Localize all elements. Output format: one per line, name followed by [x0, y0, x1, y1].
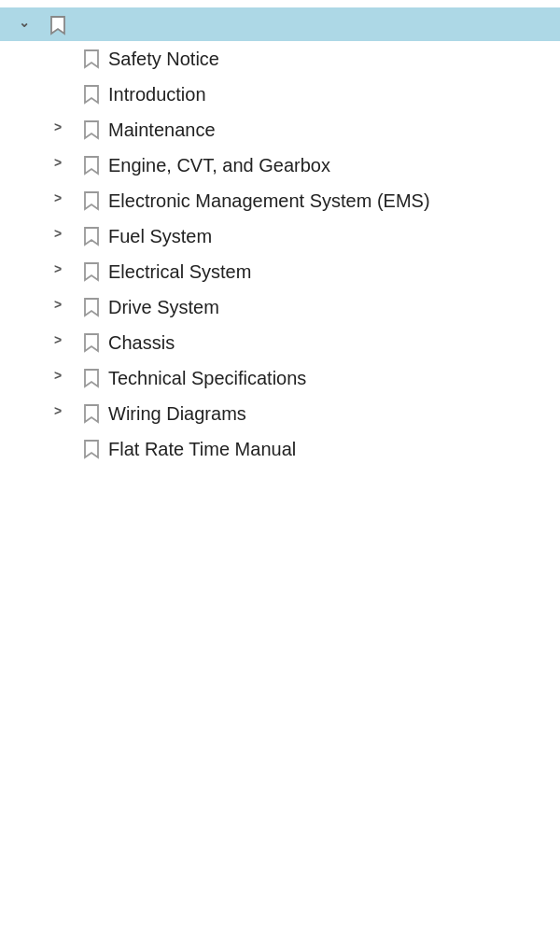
bookmark-icon-9 [83, 368, 100, 388]
item-label-2: Maintenance [108, 118, 560, 142]
chevron-icon-2: > [54, 119, 62, 134]
bookmark-icon-6 [83, 261, 100, 282]
item-label-9: Technical Specifications [108, 366, 560, 390]
chevron-cell-10[interactable]: > [41, 401, 75, 418]
chevron-icon-7: > [54, 297, 62, 312]
bookmark-cell-3 [75, 153, 108, 176]
tree-item-6[interactable]: >Electrical System [0, 254, 560, 289]
chevron-cell-9[interactable]: > [41, 366, 75, 383]
bookmark-cell-6 [75, 260, 108, 282]
chevron-icon-5: > [54, 226, 62, 241]
bookmark-cell-9 [75, 366, 108, 388]
chevron-icon-9: > [54, 368, 62, 383]
item-label-10: Wiring Diagrams [108, 401, 560, 426]
bookmark-cell-11 [75, 437, 108, 459]
bookmark-icon-0 [83, 49, 100, 69]
item-label-7: Drive System [108, 295, 560, 319]
chevron-cell-8[interactable]: > [41, 330, 75, 347]
item-label-11: Flat Rate Time Manual [108, 437, 560, 461]
tree-item-7[interactable]: >Drive System [0, 289, 560, 325]
tree-item-3[interactable]: >Engine, CVT, and Gearbox [0, 147, 560, 183]
bookmark-icon-10 [83, 403, 100, 424]
bookmark-icon-2 [83, 119, 100, 140]
tree-item-4[interactable]: >Electronic Management System (EMS) [0, 183, 560, 218]
item-label-6: Electrical System [108, 260, 560, 284]
tree-item-1[interactable]: Introduction [0, 77, 560, 112]
chevron-cell-0 [41, 47, 75, 49]
bookmark-icon-3 [83, 155, 100, 176]
bookmark-icon-1 [83, 84, 100, 105]
bookmark-icon-7 [83, 297, 100, 317]
bookmark-cell-1 [75, 82, 108, 105]
chevron-cell-1 [41, 82, 75, 84]
tree-item-9[interactable]: >Technical Specifications [0, 360, 560, 396]
bookmark-cell-8 [75, 330, 108, 353]
bookmark-icon-8 [83, 332, 100, 353]
item-label-5: Fuel System [108, 224, 560, 248]
tree-item-0[interactable]: Safety Notice [0, 41, 560, 77]
item-label-0: Safety Notice [108, 47, 560, 71]
bookmark-icon-11 [83, 439, 100, 459]
chevron-cell-4[interactable]: > [41, 189, 75, 205]
bookmark-cell-0 [75, 47, 108, 69]
root-chevron-icon: ⌄ [19, 15, 30, 30]
bookmark-cell-7 [75, 295, 108, 317]
root-chevron-cell[interactable]: ⌄ [7, 13, 41, 30]
tree-item-8[interactable]: >Chassis [0, 325, 560, 360]
chevron-cell-11 [41, 437, 75, 439]
chevron-cell-7[interactable]: > [41, 295, 75, 312]
bookmark-cell-4 [75, 189, 108, 211]
bookmark-icon-5 [83, 226, 100, 246]
chevron-cell-6[interactable]: > [41, 260, 75, 276]
tree-item-11[interactable]: Flat Rate Time Manual [0, 431, 560, 467]
bookmark-icon-4 [83, 190, 100, 211]
bookmark-cell-2 [75, 118, 108, 140]
chevron-cell-3[interactable]: > [41, 153, 75, 170]
chevron-icon-10: > [54, 403, 62, 418]
item-label-8: Chassis [108, 330, 560, 355]
bookmark-cell-5 [75, 224, 108, 246]
item-label-4: Electronic Management System (EMS) [108, 189, 560, 213]
tree-item-5[interactable]: >Fuel System [0, 218, 560, 254]
bookmark-cell-10 [75, 401, 108, 424]
chevron-icon-6: > [54, 261, 62, 276]
item-label-3: Engine, CVT, and Gearbox [108, 153, 560, 177]
tree-item-2[interactable]: >Maintenance [0, 112, 560, 147]
tree-root-item[interactable]: ⌄ [0, 7, 560, 41]
item-label-1: Introduction [108, 82, 560, 106]
root-bookmark-cell [41, 13, 75, 35]
chevron-icon-4: > [54, 190, 62, 205]
chevron-cell-5[interactable]: > [41, 224, 75, 241]
root-bookmark-icon [49, 15, 66, 35]
chevron-cell-2[interactable]: > [41, 118, 75, 134]
chevron-icon-8: > [54, 332, 62, 347]
chevron-icon-3: > [54, 155, 62, 170]
tree-container: ⌄ Safety NoticeIntroduction>Maintenance>… [0, 0, 560, 474]
tree-item-10[interactable]: >Wiring Diagrams [0, 396, 560, 431]
tree-children: Safety NoticeIntroduction>Maintenance>En… [0, 41, 560, 467]
